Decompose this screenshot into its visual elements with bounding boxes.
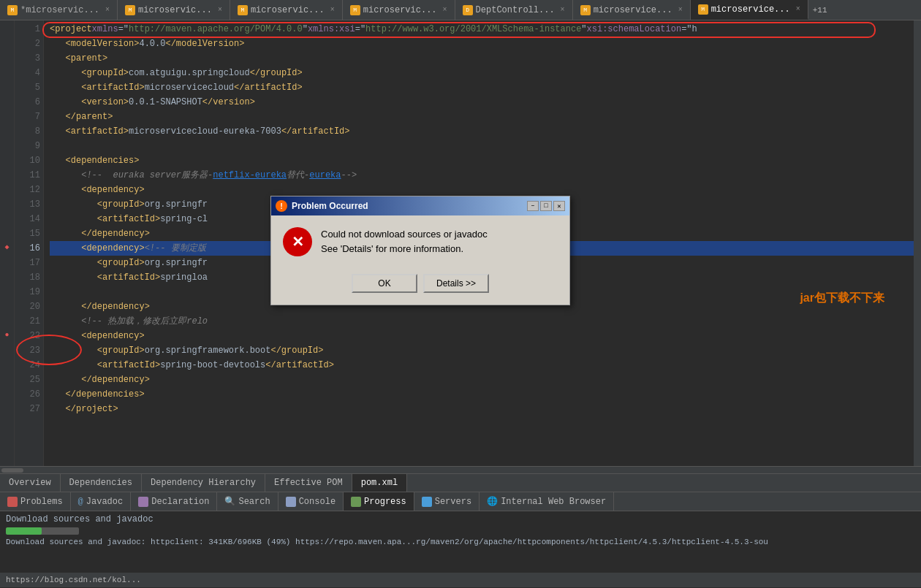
left-gutter: ◆ ● xyxy=(0,20,15,466)
dialog-error-icon xyxy=(283,227,312,256)
progress-row: Download sources and javadoc xyxy=(6,514,915,524)
code-line-6: <version> 0.0.1-SNAPSHOT </version> xyxy=(50,95,914,110)
ln-2: 2 xyxy=(15,37,40,51)
editor-area: ◆ ● 1 2 3 4 5 6 7 8 9 10 11 12 13 14 xyxy=(0,20,921,473)
file-icon-3: M xyxy=(238,5,248,15)
h-scroll-thumb[interactable] xyxy=(1,468,23,473)
ln-12: 12 xyxy=(15,183,40,197)
tab-editor-6[interactable]: M microservice... × xyxy=(573,0,691,20)
ln-21: 21 xyxy=(15,314,40,329)
dialog-line2: See 'Details' for more information. xyxy=(321,242,488,256)
bp-tab-browser[interactable]: 🌐 Internal Web Browser xyxy=(480,492,614,511)
code-line-12: <dependency> xyxy=(50,183,914,197)
tab-editor-7[interactable]: M microservice... × xyxy=(691,0,808,20)
vertical-scrollbar[interactable] xyxy=(914,20,921,466)
dialog-minimize-button[interactable]: – xyxy=(527,201,539,211)
code-line-24: <artifactId> spring-boot-devtools </arti… xyxy=(50,358,914,373)
ln-25: 25 xyxy=(15,373,40,387)
code-line-7: </parent> xyxy=(50,110,914,124)
close-tab-2[interactable]: × xyxy=(218,6,222,14)
ln-24: 24 xyxy=(15,358,40,373)
bp-tab-declaration[interactable]: Declaration xyxy=(131,492,217,511)
dialog-ok-button[interactable]: OK xyxy=(352,274,417,293)
line-numbers: 1 2 3 4 5 6 7 8 9 10 11 12 13 14 15 16 1… xyxy=(15,20,44,466)
status-url: https://blog.csdn.net/kol... xyxy=(6,576,141,584)
code-line-11: <!-- euraka server服务器- netflix-eureka 替代… xyxy=(50,168,914,183)
servers-label: Servers xyxy=(435,497,471,507)
browser-label: Internal Web Browser xyxy=(501,497,606,507)
declaration-icon xyxy=(138,497,148,507)
code-line-2: <modelVersion> 4.0.0 </modelVersion> xyxy=(50,37,914,51)
file-icon-5: D xyxy=(463,5,473,15)
progress-label: Progress xyxy=(364,497,406,507)
tab-label-3: microservic... xyxy=(251,5,325,15)
ln-4: 4 xyxy=(15,66,40,80)
progress-bar-fill xyxy=(6,527,42,535)
pom-tab-hierarchy[interactable]: Dependency Hierarchy xyxy=(142,474,265,492)
tab-overflow[interactable]: +11 xyxy=(808,0,832,20)
close-tab-7[interactable]: × xyxy=(796,5,800,13)
dialog-body: Could not download sources or javadoc Se… xyxy=(271,215,569,268)
code-line-8: <artifactId> microservicecloud-eureka-70… xyxy=(50,124,914,139)
bp-tab-problems[interactable]: Problems xyxy=(0,492,71,511)
ln-18: 18 xyxy=(15,270,40,285)
ln-3: 3 xyxy=(15,51,40,66)
dialog-close-button[interactable]: ✕ xyxy=(553,201,565,211)
tab-editor-1[interactable]: M *microservic... × xyxy=(0,0,118,20)
tab-label-2: microservic... xyxy=(138,5,212,15)
code-line-3: <parent> xyxy=(50,51,914,66)
pom-tab-xml[interactable]: pom.xml xyxy=(352,474,407,492)
dialog-window-buttons: – □ ✕ xyxy=(527,201,565,211)
task-title: Download sources and javadoc xyxy=(6,514,154,524)
bottom-panel-tabs: Problems @ Javadoc Declaration 🔍 Search … xyxy=(0,492,921,511)
tab-bar-top: M *microservic... × M microservic... × M… xyxy=(0,0,921,20)
error-marker-22: ● xyxy=(4,331,9,339)
close-tab-6[interactable]: × xyxy=(678,6,683,14)
bp-tab-console[interactable]: Console xyxy=(278,492,344,511)
close-tab-5[interactable]: × xyxy=(561,6,565,14)
tab-editor-5[interactable]: D DeptControll... × xyxy=(455,0,573,20)
ln-14: 14 xyxy=(15,212,40,226)
bp-tab-progress[interactable]: Progress xyxy=(344,492,414,511)
ln-1: 1 xyxy=(15,22,40,37)
close-tab-3[interactable]: × xyxy=(330,6,335,14)
progress-icon xyxy=(351,497,361,507)
horizontal-scrollbar[interactable] xyxy=(0,466,921,473)
tab-editor-3[interactable]: M microservic... × xyxy=(230,0,343,20)
bp-tab-search[interactable]: 🔍 Search xyxy=(217,492,278,511)
bottom-panel-content: Download sources and javadoc Download so… xyxy=(0,511,921,573)
ln-6: 6 xyxy=(15,95,40,110)
dialog-warning-icon xyxy=(276,200,287,212)
ln-9: 9 xyxy=(15,139,40,153)
ln-22: 22 xyxy=(15,329,40,343)
tab-editor-2[interactable]: M microservic... × xyxy=(118,0,230,20)
problems-icon xyxy=(7,497,18,507)
file-icon-4: M xyxy=(350,5,360,15)
code-line-5: <artifactId> microservicecloud </artifac… xyxy=(50,80,914,95)
ln-7: 7 xyxy=(15,110,40,124)
file-icon-2: M xyxy=(125,5,135,15)
browser-icon: 🌐 xyxy=(487,496,498,507)
console-icon xyxy=(286,497,296,507)
tab-label-1: *microservic... xyxy=(20,5,99,15)
tab-label-5: DeptControll... xyxy=(476,5,555,15)
close-tab-1[interactable]: × xyxy=(105,6,110,14)
bp-tab-javadoc[interactable]: @ Javadoc xyxy=(71,492,132,511)
dialog-restore-button[interactable]: □ xyxy=(540,201,552,211)
close-tab-4[interactable]: × xyxy=(443,6,447,14)
pom-tab-dependencies[interactable]: Dependencies xyxy=(61,474,142,492)
ln-23: 23 xyxy=(15,343,40,358)
dialog-details-button[interactable]: Details >> xyxy=(423,274,489,293)
tab-label-4: microservic... xyxy=(363,5,437,15)
pom-tab-overview[interactable]: Overview xyxy=(0,474,61,492)
ln-10: 10 xyxy=(15,153,40,168)
pom-tab-effective[interactable]: Effective POM xyxy=(265,474,352,492)
ln-13: 13 xyxy=(15,197,40,212)
file-icon-6: M xyxy=(580,5,591,15)
file-icon-1: M xyxy=(7,5,18,15)
code-line-26: </dependencies> xyxy=(50,387,914,402)
bp-tab-servers[interactable]: Servers xyxy=(414,492,480,511)
bottom-panel: Problems @ Javadoc Declaration 🔍 Search … xyxy=(0,492,921,573)
tab-editor-4[interactable]: M microservic... × xyxy=(343,0,455,20)
code-line-1: <project xmlns="http://maven.apache.org/… xyxy=(50,22,914,37)
